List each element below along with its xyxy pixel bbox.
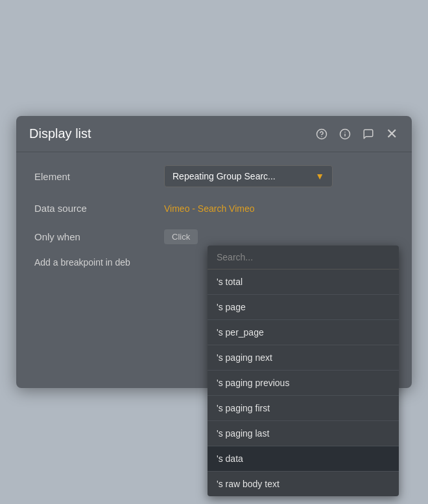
element-label: Element [34, 171, 164, 182]
datasource-value[interactable]: Vimeo - Search Vimeo [164, 203, 255, 214]
info-icon[interactable] [338, 127, 352, 141]
dropdown-item[interactable]: 's data [208, 446, 399, 472]
modal-header: Display list ✕ [16, 116, 412, 152]
dropdown-item[interactable]: 's paging next [208, 345, 399, 371]
click-badge[interactable]: Click [164, 229, 198, 244]
question-icon[interactable] [315, 127, 329, 141]
dropdown-items-list: 's total's page's per_page's paging next… [208, 269, 399, 496]
header-icons: ✕ [315, 127, 399, 141]
dropdown-item[interactable]: 's page [208, 295, 399, 320]
dropdown-search-input[interactable] [214, 251, 392, 264]
display-list-modal: Display list ✕ [16, 116, 412, 388]
dropdown-item[interactable]: 's paging first [208, 396, 399, 421]
datasource-label: Data source [34, 203, 164, 214]
element-select[interactable]: Repeating Group Searc... ▼ [164, 165, 333, 187]
element-select-chevron: ▼ [315, 171, 324, 181]
dropdown-item[interactable]: 's paging previous [208, 371, 399, 396]
element-row: Element Repeating Group Searc... ▼ [34, 165, 394, 187]
dropdown-item[interactable]: 's raw body text [208, 472, 399, 496]
dropdown-item[interactable]: 's paging last [208, 421, 399, 446]
only-when-row: Only when Click [34, 229, 394, 244]
dropdown-item[interactable]: 's total [208, 269, 399, 295]
datasource-row: Data source Vimeo - Search Vimeo [34, 203, 394, 214]
breakpoint-label: Add a breakpoint in deb [34, 257, 130, 268]
element-select-value: Repeating Group Searc... [172, 171, 276, 181]
only-when-label: Only when [34, 231, 164, 242]
chat-icon[interactable] [361, 127, 375, 141]
modal-title: Display list [29, 126, 91, 141]
dropdown-search-container [208, 246, 399, 269]
dropdown-menu: 's total's page's per_page's paging next… [208, 246, 399, 496]
close-button[interactable]: ✕ [385, 127, 399, 141]
dropdown-item[interactable]: 's per_page [208, 320, 399, 345]
